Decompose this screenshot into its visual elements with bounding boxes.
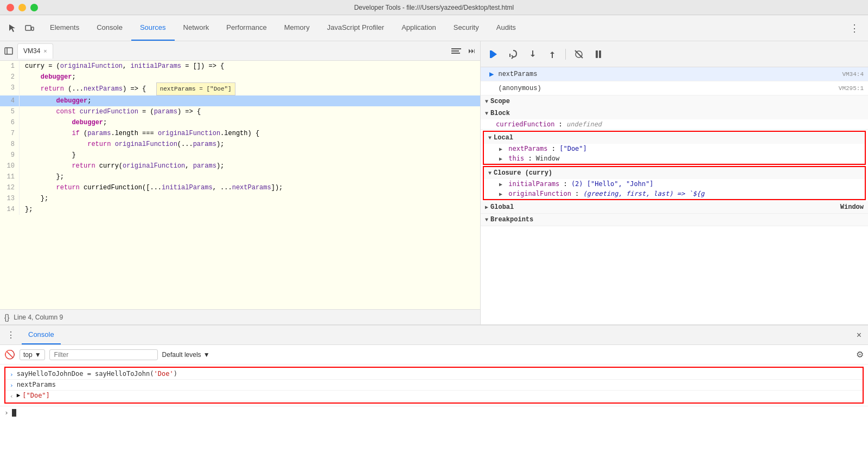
tab-performance[interactable]: Performance [218,15,275,41]
line-num-14: 14 [0,204,20,215]
block-subsection: ▼ Block curriedFunction : undefined [481,107,868,130]
no-entry-icon[interactable]: 🚫 [4,349,15,360]
step-into-button[interactable] [524,46,541,63]
scope-panel: ▶ nextParams VM34:4 ▶ (anonymous) VM295:… [481,67,868,324]
line-content-4: debugger; [20,95,480,106]
sidebar-toggle-icon[interactable] [2,44,15,58]
line-num-11: 11 [0,171,20,182]
code-editor[interactable]: 1 curry = (originalFunction, initialPara… [0,61,480,309]
code-line-4: 4 debugger; [0,95,480,106]
local-highlight-box: ▼ Local ▶ nextParams : ["Doe"] ▶ [483,131,866,165]
minimize-button[interactable] [18,4,26,11]
console-menu-icon[interactable]: ⋮ [4,329,17,342]
context-label: top [23,351,33,359]
console-expand-icon[interactable]: ▶ [17,392,21,399]
scope-header[interactable]: ▼ Scope [481,95,868,107]
code-line-1: 1 curry = (originalFunction, initialPara… [0,61,480,72]
console-toolbar: 🚫 top ▼ Default levels ▼ ⚙ [0,345,868,365]
main-area: VM34 × ⏭ 1 curry = (originalFunction, in… [0,41,868,324]
local-arrow-icon: ▼ [488,135,492,141]
this-expand-icon[interactable]: ▶ [499,156,502,162]
maximize-button[interactable] [30,4,38,11]
closure-highlight-box: ▼ Closure (curry) ▶ initialParams : (2) … [483,166,866,200]
svg-marker-11 [531,55,535,57]
tab-network[interactable]: Network [175,15,218,41]
resume-button[interactable] [485,46,502,63]
svg-rect-6 [451,53,460,54]
line-content-9: } [20,150,480,161]
source-tab-close-icon[interactable]: × [43,48,47,54]
status-position: Line 4, Column 9 [14,314,63,321]
block-item-curriedfunction: curriedFunction : undefined [481,119,868,129]
console-filter-input[interactable] [49,349,158,360]
call-stack-item-anonymous[interactable]: ▶ (anonymous) VM295:1 [481,81,868,95]
console-tab[interactable]: Console [22,325,61,344]
line-num-13: 13 [0,193,20,204]
closure-label: Closure (curry) [494,169,552,177]
local-key-nextparams: nextParams [508,145,547,152]
console-tab-bar: ⋮ Console × [0,325,868,345]
console-row-3: ‹ ▶ ["Doe"] [5,391,863,401]
line-content-13: }; [20,193,480,204]
call-stack-fn-name: nextParams [498,71,838,78]
svg-marker-13 [550,52,554,54]
tab-elements[interactable]: Elements [41,15,88,41]
console-levels-selector[interactable]: Default levels ▼ [162,351,210,359]
format-code-icon[interactable] [450,44,463,58]
local-label: Local [494,134,513,142]
tab-security[interactable]: Security [445,15,488,41]
deactivate-breakpoints-button[interactable] [570,46,588,63]
line-content-7: if (params.length === originalFunction.l… [20,128,480,139]
breakpoints-header[interactable]: ▼ Breakpoints [481,214,868,226]
console-close-icon[interactable]: × [854,328,864,342]
console-input-arrow-2: › [10,382,14,389]
initialparams-expand-icon[interactable]: ▶ [499,181,502,187]
more-tabs-icon[interactable]: ⋮ [845,22,864,34]
originalfunction-expand-icon[interactable]: ▶ [499,191,502,197]
step-into-icon[interactable]: ⏭ [465,44,478,58]
block-arrow-icon: ▼ [485,111,488,117]
console-row-text-3: ["Doe"] [22,392,858,399]
source-tab-name: VM34 [23,47,40,55]
tab-memory[interactable]: Memory [276,15,318,41]
curly-braces-icon[interactable]: {} [4,313,9,322]
context-selector[interactable]: top ▼ [20,349,45,360]
console-area: ⋮ Console × 🚫 top ▼ Default levels ▼ ⚙ [0,324,868,460]
tab-application[interactable]: Application [393,15,445,41]
console-settings-icon[interactable]: ⚙ [856,349,864,360]
local-key-this: this [508,155,524,162]
svg-rect-4 [451,48,461,49]
step-over-button[interactable] [505,46,522,63]
tab-js-profiler[interactable]: JavaScript Profiler [318,15,393,41]
pause-on-exceptions-button[interactable] [590,46,607,63]
local-colon-2: : [528,155,535,162]
line-num-2: 2 [0,72,20,82]
local-header[interactable]: ▼ Local [484,132,865,144]
global-label: Global [490,203,514,211]
global-header[interactable]: ▶ Global Window [481,201,868,213]
local-subsection: ▼ Local ▶ nextParams : ["Doe"] ▶ [484,132,865,164]
tab-console[interactable]: Console [88,15,131,41]
call-stack-item-nextparams[interactable]: ▶ nextParams VM34:4 [481,67,868,81]
closure-key-initialparams: initialParams [508,180,559,188]
source-file-tab[interactable]: VM34 × [17,43,53,59]
code-line-8: 8 return originalFunction(...params); [0,139,480,150]
device-toggle-icon[interactable] [22,21,37,36]
status-bar: {} Line 4, Column 9 [0,309,480,324]
code-line-14: 14 }; [0,204,480,215]
closure-header[interactable]: ▼ Closure (curry) [484,167,865,179]
nextparams-expand-icon[interactable]: ▶ [499,146,502,152]
console-row-text-2: nextParams [17,381,858,388]
line-content-6: debugger; [20,117,480,128]
step-out-button[interactable] [544,46,561,63]
close-button[interactable] [7,4,14,11]
cursor-icon[interactable] [4,21,20,36]
tab-audits[interactable]: Audits [488,15,525,41]
line-num-3: 3 [0,82,20,95]
block-header[interactable]: ▼ Block [481,107,868,119]
svg-marker-7 [492,50,497,58]
closure-arrow-icon: ▼ [488,170,492,176]
tab-sources[interactable]: Sources [131,15,175,41]
window-title: Developer Tools - file:///Users/yazeed/D… [354,4,514,11]
levels-arrow-icon: ▼ [203,351,210,359]
